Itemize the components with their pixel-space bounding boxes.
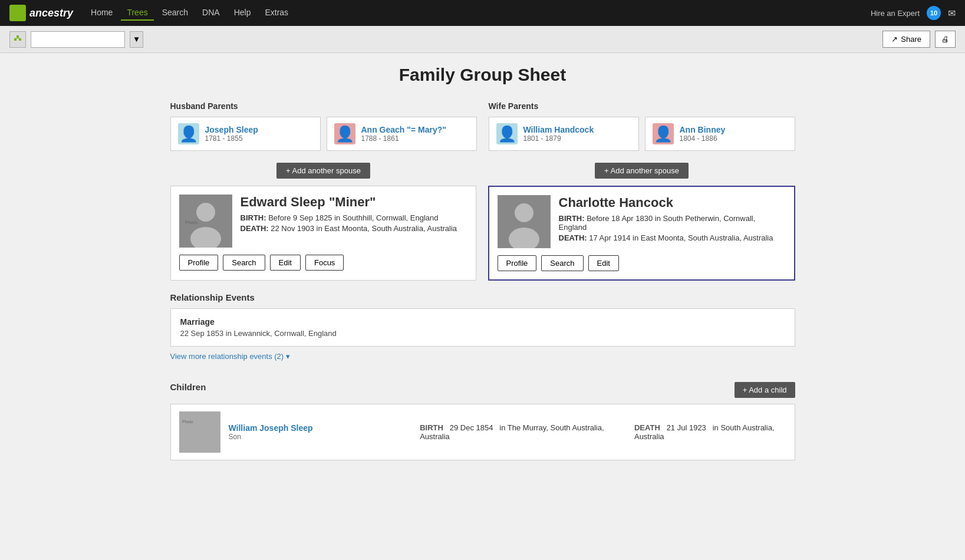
children-header: Children + Add a child — [170, 382, 795, 398]
husband-father-name[interactable]: Joseph Sleep — [205, 125, 258, 134]
female-silhouette-icon-2: 👤 — [654, 126, 673, 141]
husband-death: DEATH: 22 Nov 1903 in East Moonta, South… — [241, 224, 467, 233]
add-spouse-row: + Add another spouse + Add another spous… — [170, 163, 795, 179]
toolbar-dropdown[interactable]: ▼ — [130, 31, 143, 48]
wife-mother-years: 1804 - 1886 — [680, 134, 726, 143]
nav-links: Home Trees Search DNA Help Extras — [85, 5, 294, 21]
husband-add-spouse-col: + Add another spouse — [170, 163, 477, 179]
husband-death-detail: 22 Nov 1903 in East Moonta, South Austra… — [271, 224, 457, 233]
male-silhouette-icon-2: 👤 — [498, 126, 516, 141]
husband-father-avatar: 👤 — [178, 123, 199, 144]
wife-death: DEATH: 17 Apr 1914 in East Moonta, South… — [559, 233, 786, 242]
husband-card-top: Photo Edward Sleep "Miner" BIRTH: Before… — [179, 195, 467, 248]
husband-mother-name[interactable]: Ann Geach "= Mary?" — [361, 125, 446, 134]
share-icon: ↗ — [891, 35, 898, 44]
husband-profile-button[interactable]: Profile — [179, 255, 219, 271]
nav-help[interactable]: Help — [228, 5, 257, 21]
svg-point-7 — [196, 203, 215, 222]
child-facts-william: BIRTH 29 Dec 1854 in The Murray, South A… — [420, 423, 786, 441]
nav-right: Hire an Expert 10 ✉ — [871, 6, 956, 20]
wife-father-name[interactable]: William Handcock — [523, 125, 594, 134]
add-child-button[interactable]: + Add a child — [735, 382, 795, 398]
husband-edit-button[interactable]: Edit — [270, 255, 301, 271]
husband-search-button[interactable]: Search — [223, 255, 265, 271]
logo-icon — [9, 5, 26, 21]
messages-icon[interactable]: ✉ — [948, 8, 956, 19]
nav-trees[interactable]: Trees — [121, 5, 153, 21]
nav-dna[interactable]: DNA — [196, 5, 226, 21]
children-label: Children — [170, 382, 206, 392]
wife-father-card[interactable]: 👤 William Handcock 1801 - 1879 — [489, 117, 639, 151]
husband-parents-group: Husband Parents 👤 Joseph Sleep 1781 - 18… — [170, 101, 477, 151]
child-role-william: Son — [229, 433, 412, 441]
svg-point-11 — [515, 203, 533, 222]
event-card-marriage: Marriage 22 Sep 1853 in Lewannick, Cornw… — [170, 308, 795, 347]
husband-mother-avatar: 👤 — [334, 123, 355, 144]
husband-parents-cards: 👤 Joseph Sleep 1781 - 1855 👤 Ann Geach "… — [170, 117, 477, 151]
husband-birth-label: BIRTH: — [241, 213, 266, 222]
wife-profile-button[interactable]: Profile — [498, 255, 537, 271]
husband-father-card[interactable]: 👤 Joseph Sleep 1781 - 1855 — [170, 117, 321, 151]
parents-section: Husband Parents 👤 Joseph Sleep 1781 - 18… — [170, 101, 795, 151]
main-content: Family Group Sheet Husband Parents 👤 Jos… — [159, 53, 807, 484]
wife-father-info: William Handcock 1801 - 1879 — [523, 125, 594, 143]
wife-death-label: DEATH: — [559, 233, 587, 242]
wife-buttons: Profile Search Edit — [498, 255, 786, 271]
wife-name: Charlotte Hancock — [559, 195, 786, 210]
husband-photo: Photo — [179, 195, 232, 248]
husband-card: Photo Edward Sleep "Miner" BIRTH: Before… — [170, 186, 476, 281]
toolbar-actions: ↗ Share 🖨 — [882, 31, 956, 48]
wife-father-avatar: 👤 — [496, 123, 518, 144]
hire-expert-link[interactable]: Hire an Expert — [871, 9, 920, 18]
husband-father-years: 1781 - 1855 — [205, 134, 258, 143]
wife-add-spouse-button[interactable]: + Add another spouse — [595, 163, 689, 179]
wife-father-years: 1801 - 1879 — [523, 134, 594, 143]
site-logo[interactable]: ancestry — [9, 5, 73, 21]
husband-mother-card[interactable]: 👤 Ann Geach "= Mary?" 1788 - 1861 — [327, 117, 477, 151]
wife-parents-group: Wife Parents 👤 William Handcock 1801 - 1… — [489, 101, 795, 151]
svg-text:Photo: Photo — [182, 420, 193, 424]
child-birth-william: BIRTH 29 Dec 1854 in The Murray, South A… — [420, 423, 611, 441]
husband-add-spouse-button[interactable]: + Add another spouse — [276, 163, 370, 179]
person-cards-row: Photo Edward Sleep "Miner" BIRTH: Before… — [170, 186, 795, 281]
main-nav: ancestry Home Trees Search DNA Help Extr… — [0, 0, 965, 26]
wife-edit-button[interactable]: Edit — [588, 255, 619, 271]
tree-icon-button[interactable] — [9, 31, 26, 48]
wife-add-spouse-col: + Add another spouse — [489, 163, 795, 179]
child-photo-william: Photo — [179, 411, 220, 453]
wife-mother-info: Ann Binney 1804 - 1886 — [680, 125, 726, 143]
wife-parents-label: Wife Parents — [489, 101, 795, 111]
view-more-events-link[interactable]: View more relationship events (2) ▾ — [170, 352, 291, 361]
child-birth-label: BIRTH — [420, 423, 443, 432]
husband-focus-button[interactable]: Focus — [305, 255, 344, 271]
toolbar-search-input[interactable] — [31, 31, 125, 48]
wife-card-top: Charlotte Hancock BIRTH: Before 18 Apr 1… — [498, 195, 786, 248]
husband-birth-detail: Before 9 Sep 1825 in Southhill, Cornwall… — [268, 213, 438, 222]
share-button[interactable]: ↗ Share — [882, 31, 930, 48]
print-button[interactable]: 🖨 — [935, 31, 956, 48]
nav-search[interactable]: Search — [156, 5, 194, 21]
event-detail-marriage: 22 Sep 1853 in Lewannick, Cornwall, Engl… — [180, 329, 785, 338]
wife-photo — [498, 195, 551, 248]
child-death-william: DEATH 21 Jul 1923 in South Australia, Au… — [634, 423, 786, 441]
child-name-william[interactable]: William Joseph Sleep — [229, 423, 412, 433]
wife-search-button[interactable]: Search — [541, 255, 583, 271]
wife-mother-name[interactable]: Ann Binney — [680, 125, 726, 134]
view-more-events-text: View more relationship events (2) — [170, 352, 284, 361]
wife-mother-card[interactable]: 👤 Ann Binney 1804 - 1886 — [645, 117, 795, 151]
wife-birth-detail: Before 18 Apr 1830 in South Petherwin, C… — [559, 214, 756, 232]
relationship-events-label: Relationship Events — [170, 292, 795, 302]
husband-mother-info: Ann Geach "= Mary?" 1788 - 1861 — [361, 125, 446, 143]
nav-home[interactable]: Home — [85, 5, 118, 21]
svg-rect-1 — [14, 38, 17, 41]
wife-death-detail: 17 Apr 1914 in East Moonta, South Austra… — [589, 233, 773, 242]
husband-father-info: Joseph Sleep 1781 - 1855 — [205, 125, 258, 143]
toolbar: ▼ ↗ Share 🖨 — [0, 26, 965, 53]
wife-details: Charlotte Hancock BIRTH: Before 18 Apr 1… — [559, 195, 786, 248]
children-section: Children + Add a child Photo William Jos… — [170, 382, 795, 460]
child-death-label: DEATH — [634, 423, 660, 432]
nav-extras[interactable]: Extras — [259, 5, 294, 21]
husband-death-label: DEATH: — [241, 224, 269, 233]
notification-bell[interactable]: 10 — [927, 6, 941, 20]
wife-parents-cards: 👤 William Handcock 1801 - 1879 👤 Ann Bin… — [489, 117, 795, 151]
